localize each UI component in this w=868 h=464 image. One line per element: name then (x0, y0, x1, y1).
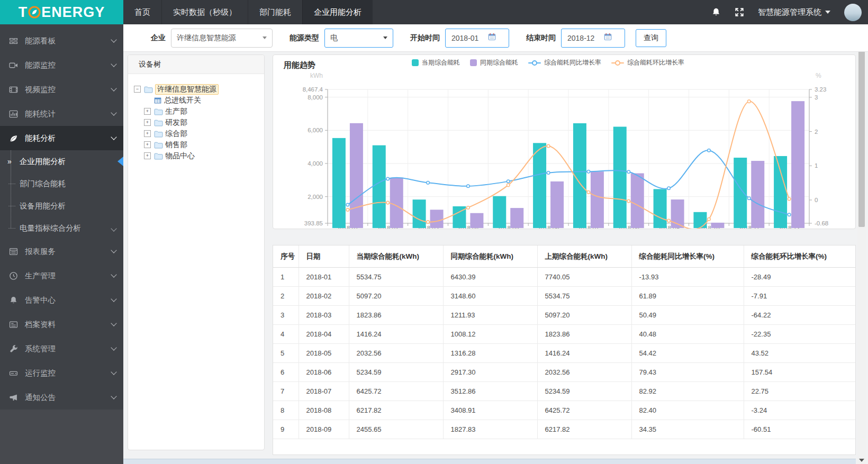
tree-node-dept-2[interactable]: +综合部 (134, 128, 264, 139)
tree-node-label[interactable]: 总进线开关 (164, 96, 201, 105)
table-row: 52018-052032.561316.281416.2454.4243.52 (273, 344, 855, 363)
tree-node-label[interactable]: 物品中心 (165, 151, 195, 161)
sidebar-subitem-0[interactable]: »企业用能分析 (0, 150, 123, 172)
system-title: 智慧能源管理系统 (758, 7, 821, 17)
tree-node-dept-1[interactable]: +研发部 (134, 117, 264, 128)
nav-tab-0[interactable]: 首页 (123, 0, 161, 24)
tree-node-dept-4[interactable]: +物品中心 (134, 150, 264, 161)
chevron-down-icon (111, 320, 116, 326)
start-time-field (445, 29, 509, 48)
dashboard-icon (9, 37, 18, 46)
sidebar-item-10[interactable]: 运行监控 (0, 361, 123, 385)
end-time-input[interactable] (566, 33, 601, 43)
table-cell: -3.24 (744, 401, 855, 420)
table-cell: 1823.86 (537, 325, 631, 344)
sidebar-item-6[interactable]: 生产管理 (0, 263, 123, 288)
legend-swatch (412, 59, 419, 66)
notification-bell-icon[interactable] (711, 7, 721, 17)
nav-tab-1[interactable]: 实时数据（秒级） (161, 0, 248, 24)
svg-text:3: 3 (815, 94, 818, 101)
table-cell: 6 (273, 363, 299, 382)
table-cell: 2018-02 (299, 287, 349, 306)
legend-item-2[interactable]: 综合能耗同比增长率 (528, 58, 601, 67)
sidebar-subitem-3[interactable]: 电量指标综合分析 (0, 217, 123, 239)
tree-node-root[interactable]: −许继信息智慧能源 (134, 84, 264, 95)
legend-item-3[interactable]: 综合能耗环比增长率 (611, 58, 684, 67)
table-cell: 2032.56 (349, 344, 443, 363)
company-select[interactable]: 许继信息智慧能源 (171, 29, 273, 48)
scrollbar-thumb[interactable] (858, 31, 865, 227)
sidebar-item-7[interactable]: 告警中心 (0, 288, 123, 312)
table-cell: -13.93 (631, 268, 744, 287)
sidebar-item-9[interactable]: 系统管理 (0, 336, 123, 361)
legend-label: 当期综合能耗 (422, 58, 460, 67)
sidebar-item-label: 通知公告 (25, 393, 56, 403)
tree-node-label[interactable]: 销售部 (165, 140, 187, 150)
query-button[interactable]: 查询 (636, 29, 666, 47)
avatar[interactable] (844, 4, 862, 21)
sidebar-item-3[interactable]: 能耗统计 (0, 102, 123, 126)
logo-text-left: T (19, 4, 28, 21)
expand-icon[interactable]: + (144, 130, 151, 137)
tree-node-dept-0[interactable]: +生产部 (134, 106, 264, 117)
calendar-icon[interactable] (604, 33, 612, 43)
user-system-menu[interactable]: 智慧能源管理系统 (758, 7, 830, 17)
tree-node-label[interactable]: 研发部 (165, 118, 187, 128)
expand-icon[interactable]: + (144, 152, 151, 159)
tree-node-label[interactable]: 许继信息智慧能源 (155, 84, 219, 95)
expand-icon[interactable]: + (144, 119, 151, 126)
tree-node-device[interactable]: 总进线开关 (134, 95, 264, 106)
table-cell: 6425.72 (537, 401, 631, 420)
table-cell: 5534.75 (537, 287, 631, 306)
table-cell: 2917.30 (443, 363, 537, 382)
nav-tab-2[interactable]: 部门能耗 (248, 0, 302, 24)
legend-item-1[interactable]: 同期综合能耗 (470, 58, 518, 67)
expand-icon[interactable]: + (144, 108, 151, 115)
chevron-down-icon (111, 296, 116, 302)
sidebar-item-4[interactable]: 能耗分析 (0, 126, 123, 150)
wrench-icon (9, 344, 18, 353)
app-logo[interactable]: T ENERGY (0, 0, 123, 24)
app-root: T ENERGY 首页实时数据（秒级）部门能耗企业用能分析 (0, 0, 868, 464)
tree-node-label[interactable]: 综合部 (165, 129, 187, 139)
table-cell: 5534.75 (349, 268, 443, 287)
table-cell: 6217.82 (349, 401, 443, 420)
table-cell: 2018-08 (299, 401, 349, 420)
legend-item-0[interactable]: 当期综合能耗 (412, 58, 460, 67)
table-row: 12018-015534.756430.397740.05-13.93-28.4… (273, 268, 855, 287)
trend-chart[interactable]: 2018-012018-022018-032018-042018-052018-… (273, 71, 855, 231)
start-time-input[interactable] (450, 33, 485, 43)
sidebar-item-1[interactable]: 能源监控 (0, 53, 123, 77)
horizontal-scrollbar[interactable] (123, 459, 856, 464)
table-header-cell: 综合能耗同比增长率(%) (631, 245, 744, 268)
table-cell: 5234.59 (349, 363, 443, 382)
table-row: 42018-041416.241008.121823.8640.48-22.35 (273, 325, 855, 344)
collapse-icon[interactable]: − (134, 86, 141, 93)
sidebar-item-11[interactable]: 通知公告 (0, 385, 123, 410)
sidebar-subitem-1[interactable]: 部门综合能耗 (0, 172, 123, 195)
table-row: 82018-086217.823408.916425.7282.40-3.24 (273, 401, 855, 420)
nav-tab-3[interactable]: 企业用能分析 (302, 0, 373, 24)
sidebar-item-5[interactable]: 报表服务 (0, 239, 123, 263)
tree-node-dept-3[interactable]: +销售部 (134, 139, 264, 150)
legend-line-marker (611, 60, 624, 66)
calendar-icon[interactable] (488, 33, 496, 43)
sidebar-item-2[interactable]: 视频监控 (0, 77, 123, 102)
sidebar-subitem-2[interactable]: 设备用能分析 (0, 195, 123, 217)
sidebar-item-8[interactable]: 档案资料 (0, 312, 123, 336)
sidebar-subitem-label: 部门综合能耗 (20, 179, 66, 188)
scroll-down-arrow-icon[interactable] (859, 459, 864, 462)
chart-title: 用能趋势 (284, 60, 315, 70)
table-cell: 3148.60 (443, 287, 537, 306)
svg-text:4,000: 4,000 (308, 160, 323, 167)
table-cell: 6217.82 (537, 420, 631, 439)
tree-node-label[interactable]: 生产部 (165, 107, 187, 116)
sidebar-item-0[interactable]: 能源看板 (0, 29, 123, 53)
fullscreen-icon[interactable] (735, 7, 744, 17)
chart-legend: 当期综合能耗同期综合能耗综合能耗同比增长率综合能耗环比增长率 (412, 58, 684, 67)
expand-icon[interactable]: + (144, 141, 151, 148)
energy-type-select[interactable]: 电 (324, 29, 393, 48)
table-cell: -28.49 (744, 268, 855, 287)
end-time-label: 结束时间 (526, 33, 556, 43)
table-cell: 5 (273, 344, 299, 363)
